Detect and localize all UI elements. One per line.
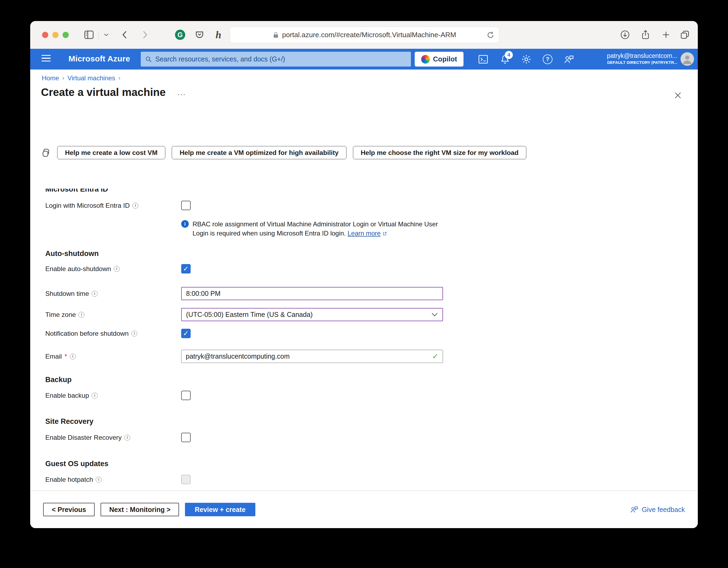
breadcrumb-home[interactable]: Home	[42, 74, 59, 82]
auto-shutdown-heading: Auto-shutdown	[45, 250, 99, 258]
email-row: Email * i patryk@translucentcomputing.co…	[45, 350, 443, 363]
enable-backup-checkbox[interactable]	[181, 391, 191, 400]
entra-learn-more-link[interactable]: Learn more	[348, 230, 381, 237]
honey-icon[interactable]: h	[213, 29, 224, 40]
external-link-icon	[382, 232, 387, 236]
info-circle-icon[interactable]: i	[92, 291, 98, 297]
search-input[interactable]	[155, 55, 407, 63]
enable-hotpatch-row: Enable hotpatchi	[45, 475, 191, 484]
sidebar-toggle-icon[interactable]	[84, 29, 94, 40]
enable-hotpatch-checkbox	[181, 475, 191, 484]
info-circle-icon[interactable]: i	[131, 330, 137, 336]
tab-group-chevron-icon[interactable]	[101, 29, 112, 40]
previous-button[interactable]: < Previous	[43, 503, 95, 516]
email-label: Email * i	[45, 353, 181, 360]
page-content: Home › Virtual machines › Create a virtu…	[30, 70, 698, 528]
notification-before-shutdown-label: Notification before shutdowni	[45, 330, 181, 337]
copilot-label: Copilot	[433, 55, 457, 63]
help-icon[interactable]: ?	[542, 54, 553, 65]
section-heading-entra-clipped: Microsoft Entra ID	[45, 189, 108, 194]
settings-gear-icon[interactable]	[521, 54, 532, 65]
info-circle-icon[interactable]: i	[78, 312, 84, 318]
zoom-window-button[interactable]	[63, 32, 69, 38]
address-bar[interactable]: portal.azure.com/#create/Microsoft.Virtu…	[230, 27, 499, 43]
user-directory: DEFAULT DIRECTORY (PATRYKTR...	[607, 60, 677, 66]
breadcrumb: Home › Virtual machines ›	[42, 74, 121, 82]
help-high-availability-button[interactable]: Help me create a VM optimized for high a…	[172, 146, 346, 159]
give-feedback-link[interactable]: Give feedback	[630, 505, 685, 514]
close-icon[interactable]	[674, 91, 682, 100]
give-feedback-icon	[630, 505, 638, 514]
help-vm-size-button[interactable]: Help me choose the right VM size for my …	[353, 146, 526, 159]
feedback-icon[interactable]	[564, 54, 574, 65]
enable-auto-shutdown-row: Enable auto-shutdowni ✓	[45, 264, 191, 274]
enable-auto-shutdown-checkbox[interactable]: ✓	[181, 264, 191, 274]
shutdown-time-input[interactable]: 8:00:00 PM	[181, 287, 443, 300]
time-zone-select[interactable]: (UTC-05:00) Eastern Time (US & Canada)	[181, 308, 443, 321]
enable-disaster-recovery-checkbox[interactable]	[181, 433, 191, 442]
info-circle-icon[interactable]: i	[92, 392, 98, 398]
azure-header: Microsoft Azure Copilot 4 ? patryk	[30, 49, 698, 70]
time-zone-label: Time zonei	[45, 311, 181, 318]
cloud-shell-icon[interactable]	[478, 54, 489, 65]
copilot-help-row: Help me create a low cost VM Help me cre…	[41, 146, 526, 159]
info-circle-icon[interactable]: i	[70, 353, 76, 359]
page-title: Create a virtual machine	[41, 86, 166, 98]
breadcrumb-chevron-icon: ›	[62, 75, 64, 82]
title-overflow-menu[interactable]: ...	[177, 88, 186, 97]
copilot-icon	[41, 148, 51, 158]
new-tab-icon[interactable]	[661, 29, 671, 40]
shutdown-time-label: Shutdown timei	[45, 290, 181, 297]
back-icon[interactable]	[119, 29, 130, 40]
required-asterisk: *	[64, 353, 67, 360]
global-search[interactable]	[141, 52, 411, 67]
copilot-button[interactable]: Copilot	[415, 52, 463, 67]
browser-toolbar: G h portal.azure.com/#create/Microsoft.V…	[30, 21, 698, 49]
backup-heading: Backup	[45, 376, 72, 384]
breadcrumb-virtual-machines[interactable]: Virtual machines	[67, 74, 115, 82]
avatar[interactable]	[681, 52, 694, 66]
downloads-icon[interactable]	[620, 29, 630, 40]
entra-login-label: Login with Microsoft Entra IDi	[45, 202, 181, 209]
minimize-window-button[interactable]	[52, 32, 59, 38]
info-circle-icon[interactable]: i	[132, 203, 138, 209]
browser-window: G h portal.azure.com/#create/Microsoft.V…	[30, 21, 698, 528]
enable-disaster-recovery-label: Enable Disaster Recoveryi	[45, 434, 181, 441]
enable-backup-label: Enable backupi	[45, 392, 181, 399]
notification-before-shutdown-checkbox[interactable]: ✓	[181, 329, 191, 338]
enable-hotpatch-label: Enable hotpatchi	[45, 476, 181, 483]
url-text: portal.azure.com/#create/Microsoft.Virtu…	[282, 31, 456, 39]
info-circle-icon[interactable]: i	[96, 477, 102, 483]
enable-auto-shutdown-label: Enable auto-shutdowni	[45, 265, 181, 273]
lock-icon	[273, 32, 279, 38]
valid-checkmark-icon: ✓	[432, 352, 438, 361]
shutdown-time-row: Shutdown timei 8:00:00 PM	[45, 287, 443, 300]
forward-icon[interactable]	[140, 29, 150, 40]
pocket-icon[interactable]	[194, 29, 205, 40]
chevron-down-icon	[431, 312, 438, 317]
azure-brand[interactable]: Microsoft Azure	[68, 54, 130, 63]
email-input[interactable]: patryk@translucentcomputing.com ✓	[181, 350, 443, 363]
breadcrumb-chevron-icon: ›	[118, 75, 120, 82]
grammarly-icon[interactable]: G	[175, 29, 186, 40]
entra-info-note: i RBAC role assignment of Virtual Machin…	[181, 220, 448, 238]
info-circle-icon[interactable]: i	[114, 266, 120, 272]
tab-overview-icon[interactable]	[679, 29, 690, 40]
notification-badge: 4	[505, 51, 513, 59]
account-info[interactable]: patryk@translucentcom... DEFAULT DIRECTO…	[607, 52, 677, 66]
help-low-cost-vm-button[interactable]: Help me create a low cost VM	[57, 146, 165, 159]
entra-login-checkbox[interactable]	[181, 201, 191, 210]
close-window-button[interactable]	[42, 32, 48, 38]
site-recovery-heading: Site Recovery	[45, 417, 94, 426]
management-tab-form: Microsoft Entra ID Login with Microsoft …	[45, 189, 683, 528]
enable-backup-row: Enable backupi	[45, 391, 191, 400]
window-controls	[42, 32, 69, 38]
guest-os-updates-heading: Guest OS updates	[45, 460, 108, 468]
share-icon[interactable]	[640, 29, 651, 40]
time-zone-row: Time zonei (UTC-05:00) Eastern Time (US …	[45, 308, 443, 321]
next-monitoring-button[interactable]: Next : Monitoring >	[101, 503, 179, 516]
info-circle-icon[interactable]: i	[124, 435, 130, 440]
hamburger-menu-icon[interactable]	[42, 55, 51, 61]
review-create-button[interactable]: Review + create	[185, 503, 255, 516]
reload-icon[interactable]	[486, 31, 495, 39]
